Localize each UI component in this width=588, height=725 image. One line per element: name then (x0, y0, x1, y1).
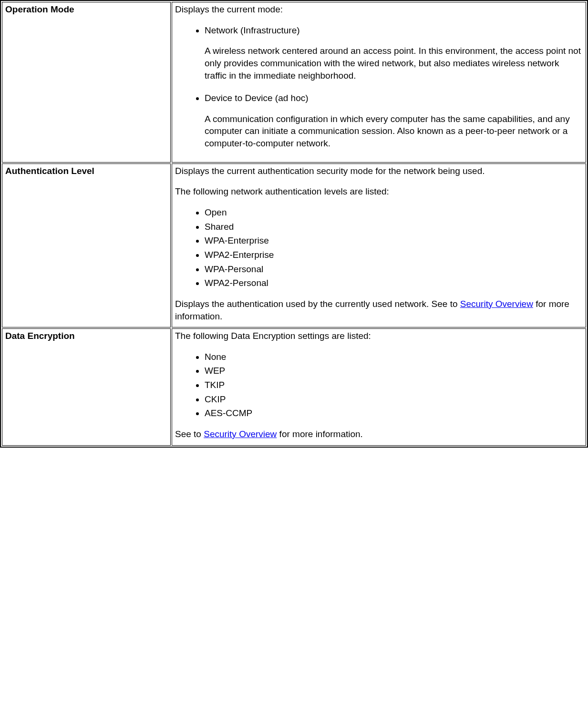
list-item: TKIP (205, 379, 583, 391)
row-label: Data Encryption (2, 328, 171, 445)
list-item: None (205, 351, 583, 363)
table-row: Authentication Level Displays the curren… (2, 163, 586, 327)
row-description: Displays the current mode: Network (Infr… (172, 2, 586, 163)
list-item: Network (Infrastructure) A wireless netw… (205, 24, 583, 82)
intro-text: The following Data Encryption settings a… (175, 330, 583, 342)
outro-pre: See to (175, 429, 204, 439)
row-label: Authentication Level (2, 163, 171, 327)
list-item: WEP (205, 365, 583, 377)
list-item: Open (205, 206, 583, 219)
row-description: The following Data Encryption settings a… (172, 328, 586, 445)
list-item: CKIP (205, 393, 583, 406)
item-list: None WEP TKIP CKIP AES-CCMP (175, 351, 583, 419)
security-overview-link[interactable]: Security Overview (204, 429, 277, 439)
intro-text: The following network authentication lev… (175, 185, 583, 198)
security-overview-link[interactable]: Security Overview (460, 299, 533, 309)
list-item: WPA2-Enterprise (205, 249, 583, 261)
outro-post: for more information. (277, 429, 363, 439)
mode-desc: A wireless network centered around an ac… (205, 45, 583, 82)
outro-text: See to Security Overview for more inform… (175, 428, 583, 440)
intro-text: Displays the current mode: (175, 3, 583, 16)
mode-title: Network (Infrastructure) (205, 25, 300, 35)
definition-table: Operation Mode Displays the current mode… (0, 0, 588, 448)
outro-text: Displays the authentication used by the … (175, 298, 583, 322)
list-item: WPA-Personal (205, 263, 583, 276)
mode-list: Network (Infrastructure) A wireless netw… (175, 24, 583, 150)
table-row: Data Encryption The following Data Encry… (2, 328, 586, 445)
list-item: AES-CCMP (205, 407, 583, 419)
table-row: Operation Mode Displays the current mode… (2, 2, 586, 163)
list-item: WPA-Enterprise (205, 235, 583, 247)
mode-title: Device to Device (ad hoc) (205, 93, 309, 103)
mode-desc: A communication configuration in which e… (205, 113, 583, 150)
row-label: Operation Mode (2, 2, 171, 163)
outro-pre: Displays the authentication used by the … (175, 299, 460, 309)
intro-text: Displays the current authentication secu… (175, 165, 583, 177)
row-description: Displays the current authentication secu… (172, 163, 586, 327)
list-item: Shared (205, 221, 583, 233)
list-item: Device to Device (ad hoc) A communicatio… (205, 92, 583, 150)
list-item: WPA2-Personal (205, 277, 583, 289)
item-list: Open Shared WPA-Enterprise WPA2-Enterpri… (175, 206, 583, 289)
